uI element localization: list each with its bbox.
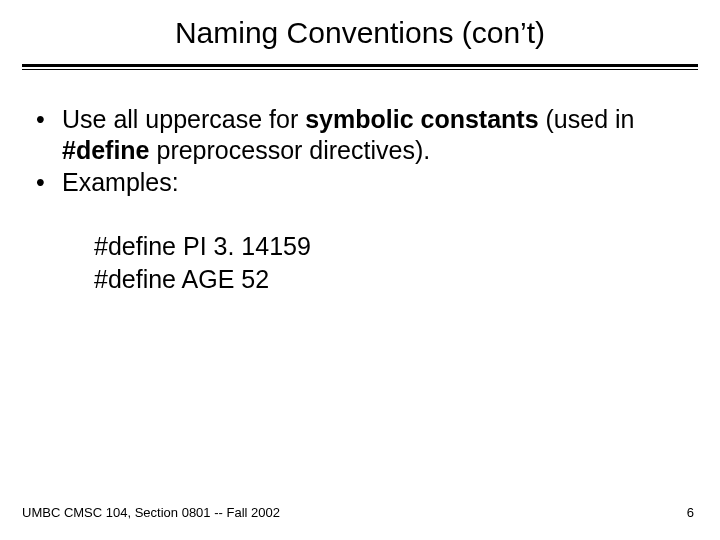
bullet-2-text: Examples: bbox=[62, 167, 684, 198]
bullet-1-post: preprocessor directives). bbox=[150, 136, 431, 164]
bullet-dot: • bbox=[36, 104, 62, 165]
examples-block: #define PI 3. 14159 #define AGE 52 bbox=[94, 230, 684, 296]
bullet-1-text: Use all uppercase for symbolic constants… bbox=[62, 104, 684, 165]
page-title: Naming Conventions (con’t) bbox=[0, 0, 720, 64]
footer-text: UMBC CMSC 104, Section 0801 -- Fall 2002 bbox=[22, 505, 280, 520]
page-number: 6 bbox=[687, 505, 694, 520]
example-line-1: #define PI 3. 14159 bbox=[94, 230, 684, 263]
bullet-dot: • bbox=[36, 167, 62, 198]
bullet-1-bold2: #define bbox=[62, 136, 150, 164]
bullet-1: • Use all uppercase for symbolic constan… bbox=[36, 104, 684, 165]
example-line-2: #define AGE 52 bbox=[94, 263, 684, 296]
body: • Use all uppercase for symbolic constan… bbox=[0, 70, 720, 296]
bullet-1-mid: (used in bbox=[539, 105, 635, 133]
bullet-1-pre: Use all uppercase for bbox=[62, 105, 305, 133]
slide: Naming Conventions (con’t) • Use all upp… bbox=[0, 0, 720, 540]
bullet-2: • Examples: bbox=[36, 167, 684, 198]
bullet-1-bold1: symbolic constants bbox=[305, 105, 538, 133]
